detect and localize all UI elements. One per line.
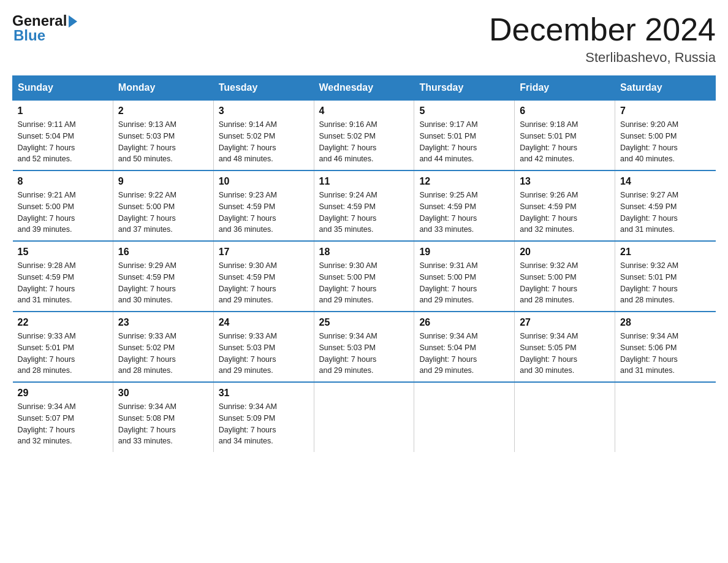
- calendar-cell: 15Sunrise: 9:28 AM Sunset: 4:59 PM Dayli…: [13, 241, 113, 312]
- day-number: 8: [18, 176, 108, 187]
- day-number: 26: [419, 317, 509, 328]
- calendar-cell: 2Sunrise: 9:13 AM Sunset: 5:03 PM Daylig…: [113, 100, 213, 170]
- day-number: 14: [620, 176, 710, 187]
- week-row-1: 1Sunrise: 9:11 AM Sunset: 5:04 PM Daylig…: [13, 100, 716, 170]
- day-number: 1: [18, 105, 108, 117]
- day-info: Sunrise: 9:14 AM Sunset: 5:02 PM Dayligh…: [219, 119, 309, 165]
- day-number: 13: [520, 176, 610, 187]
- day-info: Sunrise: 9:34 AM Sunset: 5:06 PM Dayligh…: [620, 331, 710, 377]
- day-info: Sunrise: 9:33 AM Sunset: 5:03 PM Dayligh…: [219, 331, 309, 377]
- day-info: Sunrise: 9:22 AM Sunset: 5:00 PM Dayligh…: [118, 190, 208, 236]
- day-header-row: SundayMondayTuesdayWednesdayThursdayFrid…: [13, 76, 716, 101]
- calendar-cell: 30Sunrise: 9:34 AM Sunset: 5:08 PM Dayli…: [113, 382, 213, 452]
- calendar-cell: 27Sunrise: 9:34 AM Sunset: 5:05 PM Dayli…: [515, 312, 615, 382]
- day-number: 20: [520, 247, 610, 258]
- day-info: Sunrise: 9:30 AM Sunset: 5:00 PM Dayligh…: [319, 260, 409, 306]
- day-info: Sunrise: 9:29 AM Sunset: 4:59 PM Dayligh…: [118, 260, 208, 306]
- day-info: Sunrise: 9:17 AM Sunset: 5:01 PM Dayligh…: [419, 119, 509, 165]
- calendar-cell: 11Sunrise: 9:24 AM Sunset: 4:59 PM Dayli…: [314, 170, 414, 241]
- day-info: Sunrise: 9:33 AM Sunset: 5:01 PM Dayligh…: [18, 331, 108, 377]
- day-info: Sunrise: 9:34 AM Sunset: 5:04 PM Dayligh…: [419, 331, 509, 377]
- day-number: 9: [118, 176, 208, 187]
- calendar-cell: 9Sunrise: 9:22 AM Sunset: 5:00 PM Daylig…: [113, 170, 213, 241]
- day-number: 17: [219, 247, 309, 258]
- day-info: Sunrise: 9:24 AM Sunset: 4:59 PM Dayligh…: [319, 190, 409, 236]
- day-number: 23: [118, 317, 208, 328]
- day-number: 28: [620, 317, 710, 328]
- day-info: Sunrise: 9:11 AM Sunset: 5:04 PM Dayligh…: [18, 119, 108, 165]
- page-header: General Blue December 2024 Sterlibashevo…: [12, 12, 716, 66]
- day-header-saturday: Saturday: [615, 76, 716, 101]
- day-header-thursday: Thursday: [414, 76, 515, 101]
- day-info: Sunrise: 9:23 AM Sunset: 4:59 PM Dayligh…: [219, 190, 309, 236]
- day-info: Sunrise: 9:18 AM Sunset: 5:01 PM Dayligh…: [520, 119, 610, 165]
- day-info: Sunrise: 9:28 AM Sunset: 4:59 PM Dayligh…: [18, 260, 108, 306]
- day-number: 4: [319, 105, 409, 117]
- calendar-cell: 28Sunrise: 9:34 AM Sunset: 5:06 PM Dayli…: [615, 312, 716, 382]
- calendar-cell: 6Sunrise: 9:18 AM Sunset: 5:01 PM Daylig…: [515, 100, 615, 170]
- day-header-sunday: Sunday: [13, 76, 113, 101]
- calendar-cell: 22Sunrise: 9:33 AM Sunset: 5:01 PM Dayli…: [13, 312, 113, 382]
- calendar-cell: 19Sunrise: 9:31 AM Sunset: 5:00 PM Dayli…: [414, 241, 515, 312]
- week-row-3: 15Sunrise: 9:28 AM Sunset: 4:59 PM Dayli…: [13, 241, 716, 312]
- day-header-monday: Monday: [113, 76, 213, 101]
- day-number: 18: [319, 247, 409, 258]
- day-number: 7: [620, 105, 710, 117]
- day-info: Sunrise: 9:33 AM Sunset: 5:02 PM Dayligh…: [118, 331, 208, 377]
- day-header-tuesday: Tuesday: [213, 76, 314, 101]
- calendar-cell: 12Sunrise: 9:25 AM Sunset: 4:59 PM Dayli…: [414, 170, 515, 241]
- day-number: 2: [118, 105, 208, 117]
- calendar-cell: 29Sunrise: 9:34 AM Sunset: 5:07 PM Dayli…: [13, 382, 113, 452]
- day-number: 22: [18, 317, 108, 328]
- day-number: 6: [520, 105, 610, 117]
- day-number: 5: [419, 105, 509, 117]
- day-number: 11: [319, 176, 409, 187]
- day-header-friday: Friday: [515, 76, 615, 101]
- day-info: Sunrise: 9:16 AM Sunset: 5:02 PM Dayligh…: [319, 119, 409, 165]
- calendar-cell: [414, 382, 515, 452]
- week-row-4: 22Sunrise: 9:33 AM Sunset: 5:01 PM Dayli…: [13, 312, 716, 382]
- day-info: Sunrise: 9:34 AM Sunset: 5:05 PM Dayligh…: [520, 331, 610, 377]
- week-row-2: 8Sunrise: 9:21 AM Sunset: 5:00 PM Daylig…: [13, 170, 716, 241]
- calendar-cell: 18Sunrise: 9:30 AM Sunset: 5:00 PM Dayli…: [314, 241, 414, 312]
- day-number: 29: [18, 388, 108, 399]
- day-info: Sunrise: 9:27 AM Sunset: 4:59 PM Dayligh…: [620, 190, 710, 236]
- day-number: 25: [319, 317, 409, 328]
- day-info: Sunrise: 9:32 AM Sunset: 5:01 PM Dayligh…: [620, 260, 710, 306]
- calendar-cell: 14Sunrise: 9:27 AM Sunset: 4:59 PM Dayli…: [615, 170, 716, 241]
- day-number: 31: [219, 388, 309, 399]
- calendar-table: SundayMondayTuesdayWednesdayThursdayFrid…: [12, 75, 716, 452]
- calendar-cell: 21Sunrise: 9:32 AM Sunset: 5:01 PM Dayli…: [615, 241, 716, 312]
- calendar-cell: 4Sunrise: 9:16 AM Sunset: 5:02 PM Daylig…: [314, 100, 414, 170]
- calendar-cell: 13Sunrise: 9:26 AM Sunset: 4:59 PM Dayli…: [515, 170, 615, 241]
- calendar-cell: 31Sunrise: 9:34 AM Sunset: 5:09 PM Dayli…: [213, 382, 314, 452]
- day-info: Sunrise: 9:34 AM Sunset: 5:09 PM Dayligh…: [219, 401, 309, 447]
- day-number: 3: [219, 105, 309, 117]
- day-info: Sunrise: 9:20 AM Sunset: 5:00 PM Dayligh…: [620, 119, 710, 165]
- day-number: 19: [419, 247, 509, 258]
- calendar-cell: [515, 382, 615, 452]
- calendar-cell: 10Sunrise: 9:23 AM Sunset: 4:59 PM Dayli…: [213, 170, 314, 241]
- location: Sterlibashevo, Russia: [489, 50, 716, 66]
- calendar-cell: 25Sunrise: 9:34 AM Sunset: 5:03 PM Dayli…: [314, 312, 414, 382]
- day-number: 12: [419, 176, 509, 187]
- day-number: 15: [18, 247, 108, 258]
- day-number: 10: [219, 176, 309, 187]
- logo: General Blue: [12, 12, 77, 44]
- day-info: Sunrise: 9:32 AM Sunset: 5:00 PM Dayligh…: [520, 260, 610, 306]
- calendar-cell: 23Sunrise: 9:33 AM Sunset: 5:02 PM Dayli…: [113, 312, 213, 382]
- calendar-cell: 5Sunrise: 9:17 AM Sunset: 5:01 PM Daylig…: [414, 100, 515, 170]
- day-info: Sunrise: 9:13 AM Sunset: 5:03 PM Dayligh…: [118, 119, 208, 165]
- day-info: Sunrise: 9:34 AM Sunset: 5:07 PM Dayligh…: [18, 401, 108, 447]
- day-number: 30: [118, 388, 208, 399]
- day-info: Sunrise: 9:26 AM Sunset: 4:59 PM Dayligh…: [520, 190, 610, 236]
- day-number: 16: [118, 247, 208, 258]
- calendar-cell: 3Sunrise: 9:14 AM Sunset: 5:02 PM Daylig…: [213, 100, 314, 170]
- day-number: 24: [219, 317, 309, 328]
- logo-arrow-icon: [69, 15, 77, 28]
- day-info: Sunrise: 9:21 AM Sunset: 5:00 PM Dayligh…: [18, 190, 108, 236]
- day-number: 27: [520, 317, 610, 328]
- day-info: Sunrise: 9:31 AM Sunset: 5:00 PM Dayligh…: [419, 260, 509, 306]
- calendar-cell: 16Sunrise: 9:29 AM Sunset: 4:59 PM Dayli…: [113, 241, 213, 312]
- calendar-cell: 7Sunrise: 9:20 AM Sunset: 5:00 PM Daylig…: [615, 100, 716, 170]
